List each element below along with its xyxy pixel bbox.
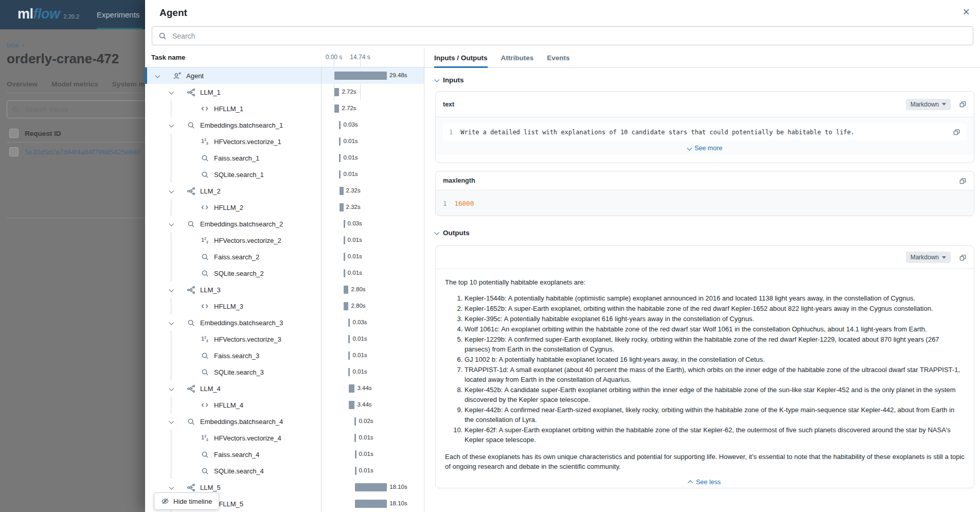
- task-row[interactable]: LLM_32.80s: [145, 281, 424, 298]
- chevron-down-icon[interactable]: [165, 288, 176, 292]
- task-duration: 0.02s: [359, 418, 373, 424]
- span-search-input[interactable]: [171, 31, 967, 41]
- task-row[interactable]: 123HFVectors.vectorize_20.01s: [145, 232, 424, 249]
- close-icon[interactable]: ×: [963, 6, 970, 18]
- tab-overview[interactable]: Overview: [7, 80, 38, 88]
- timeline-cell: 29.48s: [321, 67, 424, 84]
- tab-inputs-outputs[interactable]: Inputs / Outputs: [434, 48, 488, 67]
- task-row[interactable]: SQLite.search_20.01s: [145, 265, 424, 281]
- indent-guide: [171, 150, 171, 166]
- mlflow-logo[interactable]: ml flow 2.20.2: [17, 6, 79, 22]
- indent-guide: [171, 430, 171, 446]
- outputs-section-header[interactable]: Outputs: [435, 229, 470, 237]
- task-row[interactable]: 123HFVectors.vectorize_10.01s: [145, 133, 424, 150]
- timeline-bar: [344, 286, 349, 294]
- timeline-bar: [355, 450, 357, 458]
- chevron-down-icon[interactable]: [165, 420, 176, 423]
- timeline-cell: 0.02s: [321, 413, 424, 430]
- chevron-down-icon[interactable]: [165, 321, 176, 325]
- tab-model-metrics[interactable]: Model metrics: [51, 80, 98, 88]
- task-cell: LLM_2: [145, 183, 321, 199]
- experiment-tabs: OverviewModel metricsSystem metrics: [7, 80, 164, 88]
- markdown-dropdown[interactable]: Markdown: [906, 99, 951, 110]
- task-duration: 0.01s: [352, 368, 367, 375]
- maxlength-value: 16000: [455, 200, 474, 207]
- task-row[interactable]: SQLite.search_30.01s: [145, 364, 424, 380]
- task-row[interactable]: Embeddings.batchsearch_10.03s: [145, 117, 424, 133]
- task-row[interactable]: HFLLM_22.32s: [145, 199, 424, 216]
- timeline-bar: [334, 72, 387, 80]
- timeline-cell: 0.01s: [321, 133, 424, 150]
- task-row[interactable]: Faiss.search_30.01s: [145, 347, 424, 364]
- timeline-cell: 2.72s: [321, 84, 424, 100]
- indent-guide: [171, 100, 171, 117]
- task-row[interactable]: HFLLM_12.72s: [145, 100, 424, 117]
- chevron-down-icon[interactable]: [165, 189, 176, 193]
- chevron-down-icon[interactable]: [165, 91, 176, 94]
- task-name-label: LLM_1: [200, 89, 221, 96]
- task-row[interactable]: Agent29.48s: [145, 67, 424, 84]
- copy-icon[interactable]: [959, 100, 967, 108]
- task-row[interactable]: Embeddings.batchsearch_20.03s: [145, 216, 424, 232]
- task-row[interactable]: Faiss.search_20.01s: [145, 249, 424, 265]
- task-row[interactable]: LLM_12.72s: [145, 84, 424, 100]
- task-row[interactable]: Faiss.search_40.01s: [145, 446, 424, 463]
- task-duration: 0.01s: [348, 270, 362, 276]
- task-row[interactable]: HFLLM_32.80s: [145, 298, 424, 314]
- task-name-label: Agent: [186, 72, 204, 80]
- task-row[interactable]: 123HFVectors.vectorize_40.01s: [145, 430, 424, 446]
- span-search-box[interactable]: [152, 26, 973, 45]
- timeline-cell: 3.44s: [321, 380, 424, 397]
- timeline-bar: [355, 483, 387, 491]
- task-row[interactable]: SQLite.search_40.01s: [145, 463, 424, 479]
- breadcrumb[interactable]: txtai›: [7, 41, 24, 49]
- markdown-dropdown[interactable]: Markdown: [906, 252, 951, 263]
- chevron-down-icon[interactable]: [165, 486, 176, 489]
- hide-timeline-button[interactable]: Hide timeline: [154, 492, 219, 510]
- tab-attributes[interactable]: Attributes: [501, 48, 534, 67]
- request-id-link[interactable]: 5e30d5d2a7d44f4a84f78685425e840: [25, 148, 140, 156]
- tab-events[interactable]: Events: [547, 48, 569, 67]
- nav-experiments[interactable]: Experiments: [97, 0, 139, 29]
- version-label: 2.20.2: [64, 13, 80, 20]
- copy-icon[interactable]: [959, 177, 967, 185]
- task-row[interactable]: SQLite.search_10.01s: [145, 166, 424, 183]
- breadcrumb-link[interactable]: txtai: [7, 41, 19, 49]
- timeline-bar: [344, 253, 345, 261]
- chevron-down-icon[interactable]: [165, 123, 176, 127]
- copy-icon[interactable]: [959, 254, 967, 261]
- task-row[interactable]: LLM_22.32s: [145, 183, 424, 199]
- task-row[interactable]: LLM_43.44s: [145, 380, 424, 397]
- task-name-label: Faiss.search_3: [214, 352, 259, 360]
- select-all-checkbox[interactable]: [9, 129, 19, 138]
- task-name-label: LLM_4: [200, 385, 221, 393]
- task-row[interactable]: HFLLM_43.44s: [145, 397, 424, 413]
- search-icon: [185, 319, 197, 327]
- task-cell: Embeddings.batchsearch_1: [145, 117, 321, 133]
- see-less-link[interactable]: See less: [445, 478, 965, 487]
- row-checkbox[interactable]: [9, 147, 19, 156]
- task-row[interactable]: Embeddings.batchsearch_30.03s: [145, 314, 424, 331]
- input-text-value: Write a detailed list with explanations …: [460, 129, 854, 136]
- indent-guide: [171, 298, 171, 314]
- chevron-down-icon[interactable]: [165, 387, 176, 391]
- task-name-label: HFLLM_1: [214, 105, 243, 113]
- inputs-section-header[interactable]: Inputs: [435, 76, 464, 84]
- search-icon: [199, 451, 210, 458]
- task-row[interactable]: Faiss.search_10.01s: [145, 150, 424, 166]
- task-cell: Embeddings.batchsearch_3: [145, 314, 321, 331]
- chevron-down-icon[interactable]: [151, 74, 163, 78]
- indent-guide: [171, 463, 171, 479]
- task-cell: Faiss.search_4: [145, 446, 321, 463]
- task-cell: 123HFVectors.vectorize_4: [145, 430, 321, 446]
- timeline-bar: [348, 319, 350, 327]
- chevron-down-icon[interactable]: [165, 222, 176, 226]
- copy-icon[interactable]: [953, 128, 960, 136]
- indent-guide: [171, 166, 171, 183]
- field-name-label: text: [443, 101, 454, 108]
- chevron-up-icon: [688, 480, 693, 485]
- see-more-link[interactable]: See more: [443, 145, 967, 152]
- task-row[interactable]: 123HFVectors.vectorize_30.01s: [145, 331, 424, 347]
- task-row[interactable]: Embeddings.batchsearch_40.02s: [145, 413, 424, 430]
- output-list: Kepler-1544b: A potentially habitable (o…: [445, 293, 965, 445]
